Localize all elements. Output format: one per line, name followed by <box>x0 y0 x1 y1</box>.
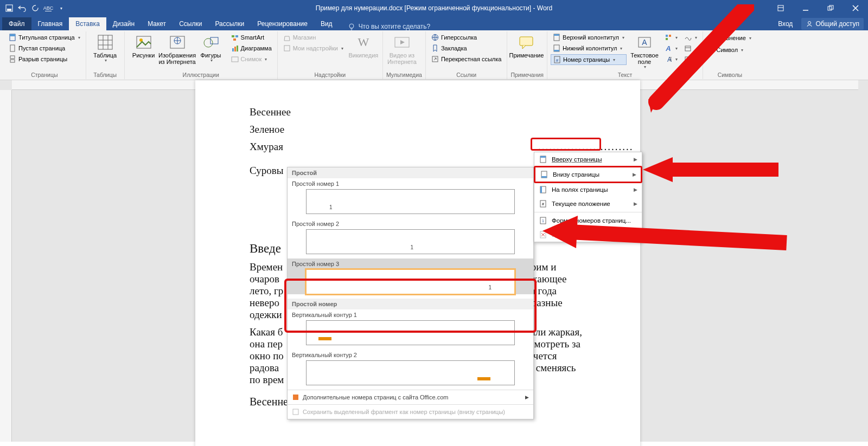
store-button[interactable]: Магазин <box>281 33 346 42</box>
menu-label: Внизу страницы <box>553 171 599 178</box>
group-comments-label: Примечания <box>510 72 544 79</box>
close-button[interactable] <box>843 0 868 16</box>
wordart-button[interactable]: A <box>662 43 680 53</box>
group-tables-label: Таблицы <box>90 72 121 79</box>
screenshot-button[interactable]: Снимок <box>229 54 274 64</box>
shapes-label: Фигуры <box>201 52 221 59</box>
page-break-button[interactable]: Разрыв страницы <box>7 54 82 64</box>
svg-rect-31 <box>520 37 533 46</box>
svg-rect-10 <box>10 45 15 51</box>
repeat-icon[interactable] <box>30 2 40 15</box>
menu-top-of-page[interactable]: Вверху страницы▶ <box>534 152 642 166</box>
tab-view[interactable]: Вид <box>314 17 339 30</box>
ribbon-options-icon[interactable] <box>768 0 793 16</box>
page-number-button[interactable]: #Номер страницы <box>551 54 627 65</box>
qat-customize-icon[interactable]: ▾ <box>56 2 66 15</box>
svg-rect-24 <box>234 47 236 51</box>
gallery-item-simple-1[interactable]: Простой номер 1 <box>288 178 533 214</box>
tab-review[interactable]: Рецензирование <box>251 17 314 30</box>
menu-bottom-of-page[interactable]: Внизу страницы▶ <box>534 166 642 183</box>
save-icon[interactable] <box>4 2 14 15</box>
shapes-button[interactable]: Фигуры <box>195 33 227 63</box>
vertical-ruler[interactable] <box>0 90 12 442</box>
video-button[interactable]: Видео из Интернета <box>386 33 418 65</box>
video-icon <box>393 34 411 51</box>
online-images-button[interactable]: Изображения из Интернета <box>162 33 193 65</box>
title-bar: ABC ▾ Пример для нумерации.docx [Режим о… <box>0 0 868 16</box>
svg-rect-19 <box>210 37 218 44</box>
gallery-preview <box>306 320 515 345</box>
svg-rect-41 <box>669 35 671 37</box>
tab-layout[interactable]: Макет <box>141 17 173 30</box>
share-button[interactable]: Общий доступ <box>801 18 864 30</box>
submenu-arrow-icon: ▶ <box>634 201 637 206</box>
tab-mailings[interactable]: Рассылки <box>208 17 251 30</box>
date-button[interactable] <box>682 43 699 53</box>
svg-rect-20 <box>232 35 234 37</box>
doc-line: Времен <box>250 261 283 273</box>
crossref-button[interactable]: Перекрестная ссылка <box>429 54 504 64</box>
document-area: 3 · · · 2 · · · 1 · · · ┤ · · · 1 · · · … <box>0 80 868 442</box>
gallery-section-simple: Простой <box>288 167 533 178</box>
menu-page-margins[interactable]: На полях страницы▶ <box>534 183 642 197</box>
tab-references[interactable]: Ссылки <box>173 17 208 30</box>
tab-design[interactable]: Дизайн <box>106 17 141 30</box>
equation-button[interactable]: πУравнение <box>706 33 754 43</box>
object-button[interactable] <box>682 54 699 64</box>
tab-home[interactable]: Главная <box>31 17 69 30</box>
symbol-button[interactable]: ΩСимвол <box>706 44 754 55</box>
svg-rect-59 <box>293 409 298 415</box>
group-media-label: Мультимедиа <box>386 72 422 79</box>
my-addins-button[interactable]: Мои надстройки <box>281 43 346 53</box>
svg-rect-46 <box>685 57 691 61</box>
textbox-button[interactable]: AТекстовое поле <box>629 33 660 70</box>
menu-label: Формат номеров страниц... <box>552 217 631 224</box>
menu-format-numbers[interactable]: 1Формат номеров страниц... <box>534 214 642 228</box>
gallery-item-simple-2[interactable]: Простой номер 2 <box>288 218 533 254</box>
dropcap-button[interactable]: A <box>662 54 680 64</box>
maximize-button[interactable] <box>818 0 843 16</box>
addins-icon <box>283 44 291 52</box>
sig-button[interactable] <box>682 33 699 42</box>
svg-rect-50 <box>541 176 547 178</box>
chart-button[interactable]: Диаграмма <box>229 43 274 53</box>
header-button[interactable]: Верхний колонтитул <box>551 33 627 42</box>
comment-button[interactable]: Примечание <box>510 33 542 59</box>
smartart-button[interactable]: SmartArt <box>229 33 274 42</box>
sign-in[interactable]: Вход <box>771 17 799 30</box>
bookmark-button[interactable]: Закладка <box>429 43 504 53</box>
tab-insert[interactable]: Вставка <box>69 17 106 30</box>
pictures-button[interactable]: Рисунки <box>128 33 159 59</box>
svg-text:1: 1 <box>542 219 544 223</box>
cover-page-button[interactable]: Титульная страница <box>7 33 82 42</box>
dropcap-icon: A <box>665 55 672 63</box>
gallery-preview <box>306 360 515 385</box>
tab-file[interactable]: Файл <box>2 17 31 30</box>
gallery-item-vertical-2[interactable]: Вертикальный контур 2 <box>288 350 533 385</box>
quickparts-button[interactable] <box>662 33 680 42</box>
hyperlink-button[interactable]: Гиперссылка <box>429 33 504 42</box>
pictures-label: Рисунки <box>132 52 155 59</box>
group-links: Гиперссылка Закладка Перекрестная ссылка… <box>426 31 508 79</box>
gallery-item-simple-3[interactable]: Простой номер 3 <box>288 258 533 294</box>
wikipedia-button[interactable]: WВикипедия <box>348 33 379 59</box>
tell-me[interactable]: Что вы хотите сделать? <box>339 23 431 30</box>
gallery-item-vertical-1[interactable]: Вертикальный контур 1 <box>288 309 533 345</box>
doc-line: чется <box>533 350 557 361</box>
spell-icon[interactable]: ABC <box>43 2 53 15</box>
table-button[interactable]: Таблица <box>90 33 121 63</box>
group-links-label: Ссылки <box>429 72 504 79</box>
margins-icon <box>539 185 547 194</box>
undo-icon[interactable] <box>17 2 27 15</box>
blank-page-button[interactable]: Пустая страница <box>7 43 82 53</box>
gallery-more[interactable]: Дополнительные номера страниц с сайта Of… <box>288 390 533 404</box>
table-label: Таблица <box>93 52 117 59</box>
minimize-button[interactable] <box>793 0 818 16</box>
submenu-arrow-icon: ▶ <box>634 187 637 192</box>
menu-current-position[interactable]: #Текущее положение▶ <box>534 197 642 211</box>
group-header-footer: Верхний колонтитул Нижний колонтитул #Но… <box>547 31 703 79</box>
sig-icon <box>684 34 692 41</box>
quick-access-toolbar: ABC ▾ <box>0 2 71 15</box>
footer-button[interactable]: Нижний колонтитул <box>551 43 627 53</box>
group-comments: Примечание Примечания <box>507 31 547 79</box>
